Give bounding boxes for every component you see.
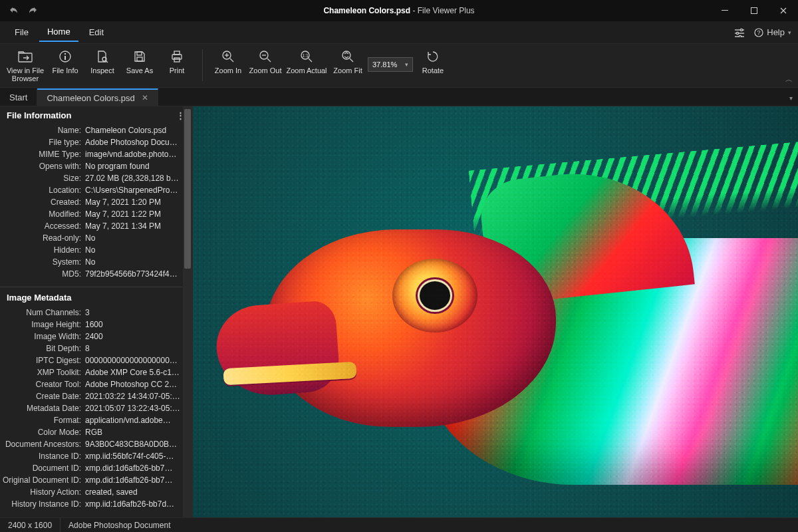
window-close-button[interactable] <box>769 0 798 21</box>
svg-rect-0 <box>722 10 728 11</box>
tool-label: Save As <box>126 66 153 74</box>
info-key: Size: <box>0 174 85 183</box>
chevron-down-icon: ▾ <box>788 29 791 36</box>
document-tabs: Start Chameleon Colors.psd ✕ ▾ <box>0 88 798 106</box>
zoom-fit-button[interactable]: Zoom Fit <box>331 48 365 75</box>
print-icon <box>170 49 184 64</box>
scrollbar-thumb[interactable] <box>184 109 191 269</box>
save-as-button[interactable]: Save As <box>122 48 157 82</box>
svg-line-22 <box>230 59 233 62</box>
info-row: Size:27.02 MB (28,328,128 bytes) <box>0 172 192 184</box>
info-row: History Action:created, saved <box>0 486 192 498</box>
svg-rect-20 <box>174 58 180 62</box>
menu-home[interactable]: Home <box>39 23 78 42</box>
tab-label: Chameleon Colors.psd <box>47 93 134 103</box>
svg-rect-1 <box>751 8 757 14</box>
status-filetype: Adobe Photoshop Document <box>61 518 178 532</box>
tab-start[interactable]: Start <box>0 88 37 106</box>
info-value: xmp.iid:56bfc74f-c405-… <box>85 452 192 461</box>
info-row: Original Document ID:xmp.did:1d6afb26-bb… <box>0 474 192 486</box>
tool-label: Print <box>170 66 185 74</box>
panel-divider <box>0 287 192 287</box>
zoom-level-value: 37.81% <box>372 61 397 68</box>
settings-icon[interactable] <box>734 28 745 37</box>
info-value: xmp.iid:1d6afb26-bb7d… <box>85 499 192 509</box>
metadata-list: Num Channels:3Image Height:1600Image Wid… <box>0 305 192 515</box>
info-icon <box>59 49 72 64</box>
info-key: Accessed: <box>0 221 85 231</box>
zoom-level-dropdown[interactable]: 37.81% ▾ <box>368 57 413 72</box>
titlebar: Chameleon Colors.psd - File Viewer Plus <box>0 0 798 21</box>
svg-line-32 <box>350 59 353 62</box>
image-surface <box>193 106 798 517</box>
info-key: Modified: <box>0 209 85 219</box>
info-key: Original Document ID: <box>0 475 85 485</box>
info-key: IPTC Digest: <box>0 356 85 365</box>
window-maximize-button[interactable] <box>739 0 769 21</box>
rotate-button[interactable]: Rotate ▾ <box>416 48 450 75</box>
view-in-file-browser-button[interactable]: View in File Browser <box>5 48 45 82</box>
info-value: 2400 <box>85 332 192 341</box>
ribbon-group-zoom: Zoom In Zoom Out 1:1 Zoom Actual Zoom Fi… <box>211 48 450 75</box>
info-value: image/vnd.adobe.photoshop <box>85 150 192 159</box>
info-value: 2021:05:07 13:22:43-05:… <box>85 404 192 413</box>
info-value: 9A3B0C483CB8A0D0B0… <box>85 440 192 449</box>
save-icon <box>133 49 146 64</box>
info-key: Metadata Date: <box>0 404 85 413</box>
info-row: Image Width:2400 <box>0 331 192 342</box>
info-sidebar: File Information ⋮ Name:Chameleon Colors… <box>0 106 193 517</box>
print-button[interactable]: Print <box>160 48 194 82</box>
statusbar: 2400 x 1600 Adobe Photoshop Document <box>0 517 798 532</box>
metadata-header: Image Metadata <box>0 289 192 305</box>
info-value: May 7, 2021 1:20 PM <box>85 198 192 207</box>
info-key: Document Ancestors: <box>0 440 85 449</box>
info-row: File type:Adobe Photoshop Document (… <box>0 136 192 148</box>
file-info-list: Name:Chameleon Colors.psdFile type:Adobe… <box>0 123 192 285</box>
menu-file[interactable]: File <box>7 23 37 41</box>
zoom-in-button[interactable]: Zoom In <box>211 48 245 75</box>
image-viewer[interactable] <box>193 106 798 517</box>
ribbon-collapse-button[interactable]: ︿ <box>785 74 793 84</box>
info-value: No <box>85 245 192 255</box>
window-minimize-button[interactable] <box>710 0 739 21</box>
info-row: Bit Depth:8 <box>0 342 192 354</box>
help-menu[interactable]: ? Help ▾ <box>754 27 791 37</box>
title-app: File Viewer Plus <box>418 6 475 15</box>
tool-label: Zoom Out <box>249 66 282 74</box>
info-key: Num Channels: <box>0 308 85 317</box>
status-dimensions: 2400 x 1600 <box>0 518 61 532</box>
main-area: File Information ⋮ Name:Chameleon Colors… <box>0 106 798 517</box>
info-row: Created:May 7, 2021 1:20 PM <box>0 196 192 208</box>
info-key: File type: <box>0 138 85 147</box>
info-key: Location: <box>0 186 85 195</box>
info-key: Instance ID: <box>0 452 85 461</box>
document-search-icon <box>96 49 109 64</box>
file-info-button[interactable]: File Info <box>48 48 82 82</box>
info-value: Adobe Photoshop CC 2… <box>85 380 192 389</box>
tabs-overflow-button[interactable]: ▾ <box>789 94 793 102</box>
redo-button[interactable] <box>27 5 39 17</box>
folder-arrow-icon <box>18 49 33 64</box>
undo-button[interactable] <box>8 5 20 17</box>
menu-edit[interactable]: Edit <box>81 23 112 41</box>
inspect-button[interactable]: Inspect <box>85 48 120 82</box>
info-value: No <box>85 233 192 243</box>
chameleon-image <box>193 106 798 517</box>
chevron-down-icon: ▾ <box>432 69 434 75</box>
zoom-out-button[interactable]: Zoom Out <box>248 48 283 75</box>
info-value: 79f2b954566b773424f4e7e247c… <box>85 269 192 279</box>
info-row: MIME Type:image/vnd.adobe.photoshop <box>0 148 192 160</box>
info-row: Document ID:xmp.did:1d6afb26-bb7… <box>0 462 192 474</box>
tab-document[interactable]: Chameleon Colors.psd ✕ <box>37 88 158 106</box>
tab-close-icon[interactable]: ✕ <box>142 93 148 102</box>
info-value: No program found <box>85 162 192 171</box>
rotate-icon <box>426 49 440 64</box>
menubar: File Home Edit ? Help ▾ <box>0 21 798 44</box>
sidebar-scrollbar[interactable] <box>183 106 192 517</box>
zoom-actual-button[interactable]: 1:1 Zoom Actual <box>285 48 328 75</box>
info-row: History Instance ID:xmp.iid:1d6afb26-bb7… <box>0 498 192 510</box>
tool-label: Zoom Fit <box>333 66 362 74</box>
info-value: C:\Users\SharpenedProductio… <box>85 186 192 195</box>
info-value: May 7, 2021 1:34 PM <box>85 221 192 231</box>
info-value: application/vnd.adobe… <box>85 416 192 425</box>
